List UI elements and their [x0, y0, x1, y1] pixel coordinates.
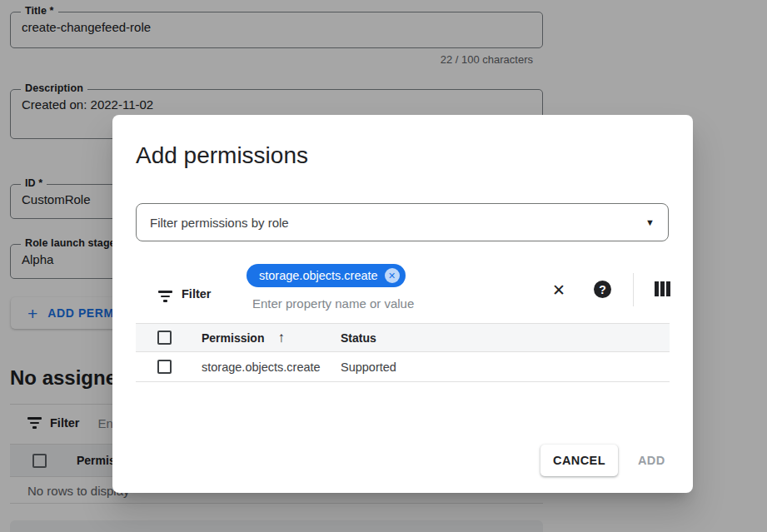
row-status-cell: Supported	[341, 360, 396, 374]
status-column-header: Status	[341, 331, 376, 345]
filter-label: Filter	[182, 287, 211, 301]
chip-remove-icon[interactable]: ✕	[385, 268, 400, 283]
chevron-down-icon: ▼	[645, 218, 655, 227]
select-all-checkbox[interactable]	[157, 331, 172, 345]
row-checkbox[interactable]	[157, 360, 172, 374]
table-row[interactable]: storage.objects.create Supported	[136, 352, 670, 382]
dialog-title: Add permissions	[136, 142, 308, 169]
add-permissions-dialog: Add permissions Filter permissions by ro…	[112, 115, 693, 493]
add-button[interactable]: ADD	[638, 445, 665, 476]
role-dropdown-placeholder: Filter permissions by role	[150, 216, 645, 230]
row-permission-cell: storage.objects.create	[202, 360, 341, 374]
permissions-filter-bar: Filter storage.objects.create ✕ Enter pr…	[136, 260, 670, 323]
filter-chip-label: storage.objects.create	[259, 269, 378, 282]
filter-chip[interactable]: storage.objects.create ✕	[247, 264, 406, 287]
column-display-options-icon[interactable]	[655, 281, 670, 296]
permission-column-label: Permission	[202, 331, 264, 345]
filter-permissions-by-role-dropdown[interactable]: Filter permissions by role ▼	[136, 203, 669, 241]
clear-filters-icon[interactable]: ✕	[552, 282, 565, 298]
filter-icon	[158, 291, 172, 302]
divider	[633, 273, 634, 306]
permissions-table: Permission ↑ Status storage.objects.crea…	[136, 323, 670, 382]
dialog-actions: CANCEL ADD	[112, 445, 693, 476]
sort-ascending-icon: ↑	[277, 330, 285, 346]
help-icon[interactable]: ?	[594, 281, 611, 298]
filter-input[interactable]: Enter property name or value	[252, 296, 414, 311]
table-header-row: Permission ↑ Status	[136, 323, 670, 352]
permission-column-header[interactable]: Permission ↑	[202, 330, 341, 346]
cancel-button[interactable]: CANCEL	[540, 445, 618, 476]
screen: Title * create-changefeed-role 22 / 100 …	[0, 0, 767, 532]
